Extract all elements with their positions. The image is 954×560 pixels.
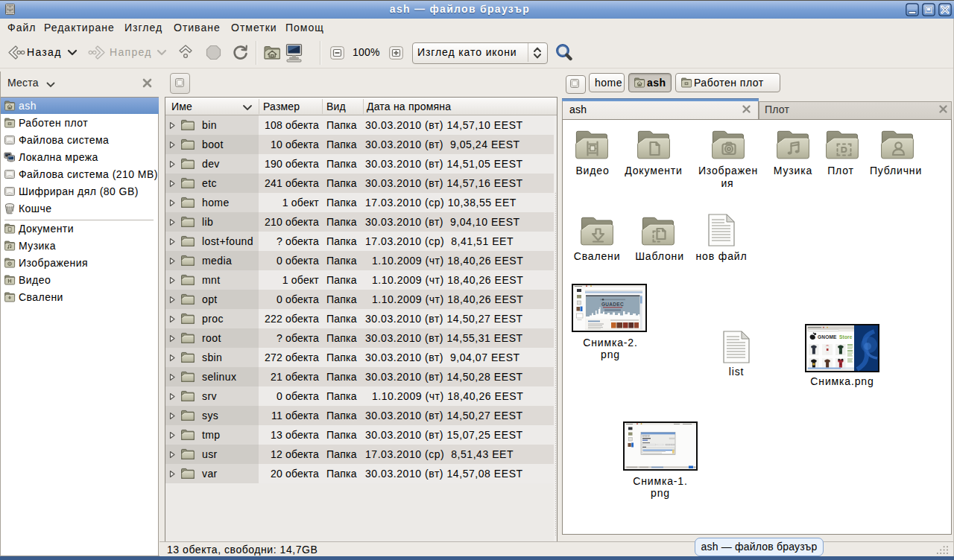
- svg-text:GNOME: GNOME: [818, 334, 837, 340]
- svg-text:GUADEC: GUADEC: [601, 302, 624, 307]
- svg-text:Store: Store: [839, 334, 853, 340]
